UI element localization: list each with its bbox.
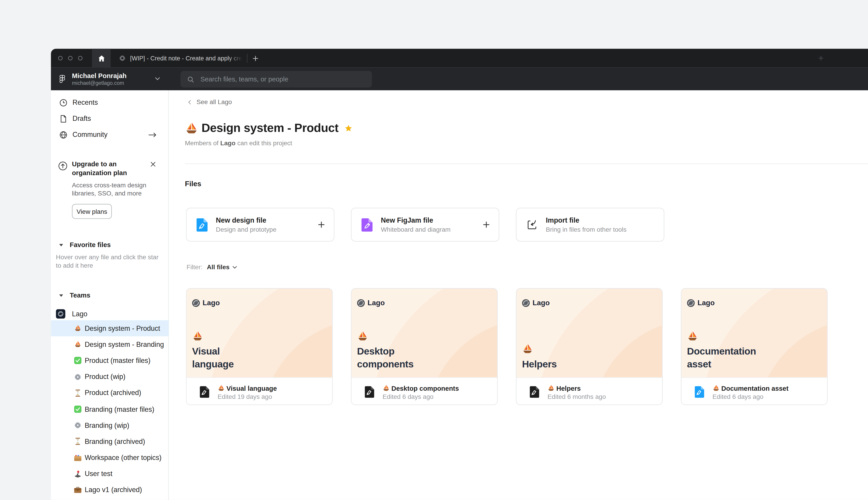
- new-tab-button[interactable]: [253, 55, 259, 61]
- design-file-icon: [197, 218, 208, 231]
- search-input[interactable]: [199, 75, 357, 84]
- design-file-doc-icon: [200, 386, 209, 398]
- sidebar-item-community[interactable]: Community: [51, 127, 169, 143]
- sidebar-project-workspace-other-topics[interactable]: Workspace (other topics): [51, 450, 169, 466]
- file-grid: Lago Visuallanguage Visual language Edit…: [186, 288, 828, 405]
- close-icon[interactable]: [151, 162, 155, 167]
- sidebar-project-design-system-branding[interactable]: Design system - Branding: [51, 337, 169, 352]
- app-header: Michael Ponrajah michael@getlago.com: [51, 68, 868, 90]
- page-title: Design system - Product: [201, 121, 338, 135]
- sailboat-emoji: [74, 325, 81, 332]
- sidebar-project-branding-wip[interactable]: Branding (wip): [51, 417, 169, 433]
- new-tab-ghost-icon: [818, 55, 824, 61]
- sidebar-project-user-test[interactable]: User test: [51, 466, 169, 482]
- caret-down-icon: [59, 243, 63, 246]
- files-heading: Files: [185, 179, 201, 188]
- document-tab[interactable]: [WIP] - Credit note - Create and apply c…: [111, 49, 243, 68]
- view-plans-button[interactable]: View plans: [72, 204, 112, 219]
- project-subtitle: Members of Lago can edit this project: [185, 139, 292, 146]
- plus-icon[interactable]: [483, 221, 490, 228]
- teams-title: Teams: [70, 292, 91, 299]
- sailboat-emoji: [74, 341, 81, 348]
- sidebar-item-drafts[interactable]: Drafts: [51, 111, 169, 126]
- main-content: See all Lago Design system - Product Mem…: [169, 90, 868, 500]
- window-zoom-button[interactable]: [78, 56, 82, 60]
- sidebar-team-lago[interactable]: Lago: [51, 306, 169, 322]
- project-title-row: Design system - Product: [185, 121, 352, 135]
- new-design-file-card[interactable]: New design file Design and prototype: [186, 208, 334, 241]
- design-file-doc-icon: [365, 386, 374, 398]
- hourglass-emoji: [74, 438, 81, 445]
- sailboat-emoji: [192, 331, 203, 342]
- breadcrumb[interactable]: See all Lago: [188, 99, 232, 105]
- file-edited-timestamp: Edited 19 days ago: [218, 393, 277, 400]
- filter-dropdown[interactable]: All files: [207, 264, 237, 270]
- filter-row: Filter: All files: [187, 264, 237, 270]
- design-file-doc-icon: [530, 386, 539, 398]
- sailboat-emoji: [548, 385, 555, 392]
- file-thumbnail: Lago Visuallanguage: [187, 289, 332, 377]
- check-emoji: [74, 406, 81, 413]
- sidebar-item-recents[interactable]: Recents: [51, 95, 169, 111]
- file-card-footer: Visual language Edited 19 days ago: [187, 377, 332, 405]
- sidebar-project-product-archived[interactable]: Product (archived): [51, 385, 169, 401]
- upload-circle-icon: [58, 161, 68, 171]
- window-close-button[interactable]: [58, 56, 63, 60]
- favorite-files-section-header[interactable]: Favorite files: [51, 241, 111, 249]
- joystick-emoji: [74, 470, 81, 478]
- search-bar[interactable]: [180, 71, 372, 87]
- file-card-footer: Helpers Edited 6 months ago: [516, 377, 662, 405]
- check-emoji: [74, 357, 81, 364]
- new-figjam-file-card[interactable]: New FigJam file Whiteboard and diagram: [351, 208, 499, 241]
- user-name: Michael Ponrajah: [72, 72, 127, 80]
- sidebar-project-branding-archived[interactable]: Branding (archived): [51, 433, 169, 450]
- chevron-left-icon: [188, 100, 191, 104]
- team-projects-list: Design system - Product Design system - …: [51, 320, 169, 498]
- sidebar-project-product-master-files[interactable]: Product (master files): [51, 352, 169, 368]
- design-file-doc-icon: [695, 386, 704, 398]
- plus-icon[interactable]: [318, 221, 325, 228]
- globe-icon: [59, 130, 68, 139]
- teams-section-header[interactable]: Teams: [51, 292, 90, 299]
- sidebar-project-design-system-product[interactable]: Design system - Product: [51, 320, 169, 337]
- file-card-documentation-asset[interactable]: Lago Documentationasset Documentation as…: [681, 288, 828, 405]
- user-email: michael@getlago.com: [72, 79, 127, 86]
- arrow-right-icon: [148, 130, 157, 139]
- file-card-footer: Documentation asset Edited 6 days ago: [681, 377, 827, 405]
- file-card-visual-language[interactable]: Lago Visuallanguage Visual language Edit…: [186, 288, 333, 405]
- lago-logo-icon: [357, 299, 365, 307]
- divider: [185, 163, 868, 164]
- home-tab[interactable]: [92, 49, 111, 68]
- team-avatar: [56, 309, 65, 319]
- new-file-actions: New design file Design and prototype New…: [186, 208, 664, 241]
- sidebar-item-label: Community: [72, 131, 108, 138]
- file-thumbnail: Lago Helpers: [516, 289, 662, 377]
- home-icon: [98, 55, 105, 62]
- file-edited-timestamp: Edited 6 days ago: [713, 393, 788, 400]
- figma-app-window: [WIP] - Credit note - Create and apply c…: [0, 0, 868, 500]
- window-minimize-button[interactable]: [68, 56, 72, 60]
- account-menu[interactable]: Michael Ponrajah michael@getlago.com: [51, 68, 169, 90]
- sidebar-project-lago-v1-archived[interactable]: Lago v1 (archived): [51, 482, 169, 498]
- figjam-file-icon: [362, 218, 373, 231]
- file-thumbnail: Lago Documentationasset: [681, 289, 827, 377]
- star-icon[interactable]: [344, 125, 352, 132]
- file-icon: [59, 114, 68, 123]
- caret-down-icon: [59, 294, 63, 297]
- sailboat-emoji: [713, 385, 720, 392]
- upgrade-description: Access cross-team design libraries, SSO,…: [72, 181, 163, 198]
- sidebar-item-label: Drafts: [72, 115, 91, 122]
- file-edited-timestamp: Edited 6 months ago: [548, 393, 606, 400]
- sailboat-emoji: [522, 343, 533, 354]
- file-card-desktop-components[interactable]: Lago Desktopcomponents Desktop component…: [351, 288, 498, 405]
- sidebar-project-branding-master-files[interactable]: Branding (master files): [51, 401, 169, 417]
- sidebar-project-product-wip[interactable]: Product (wip): [51, 369, 169, 385]
- file-card-helpers[interactable]: Lago Helpers Helpers Edited 6 months ago: [516, 288, 662, 405]
- chevron-down-icon: [232, 265, 237, 268]
- document-tab-title: [WIP] - Credit note - Create and apply c…: [130, 55, 243, 61]
- import-file-card[interactable]: Import file Bring in files from other to…: [516, 208, 664, 241]
- figma-logo-icon: [59, 75, 65, 83]
- briefcase-emoji: [74, 486, 81, 494]
- team-name: Lago: [72, 310, 87, 318]
- gear-emoji: [74, 373, 81, 380]
